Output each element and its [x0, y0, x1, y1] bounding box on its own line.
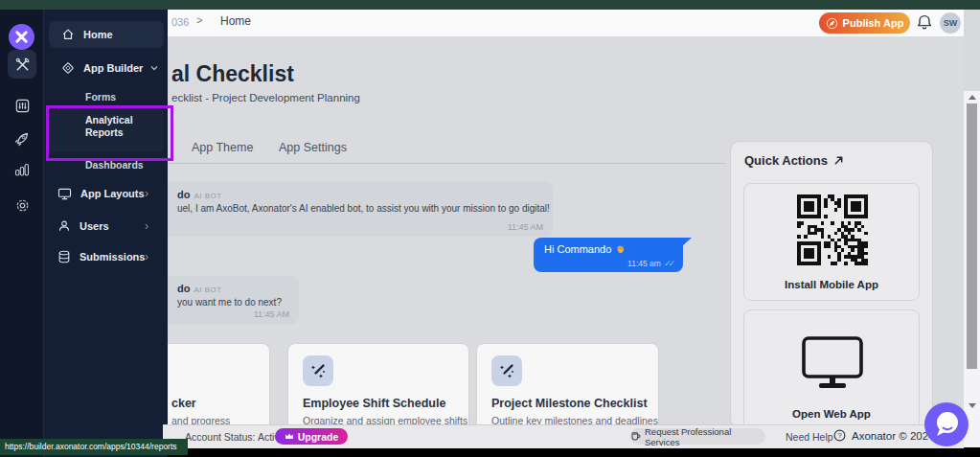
tab-app-settings[interactable]: App Settings [279, 141, 347, 154]
icon-rail [0, 10, 43, 457]
sidebar-item-submissions[interactable]: Submissions [57, 247, 145, 266]
bot-message: doAI BOT you want me to do next? 11:45 A… [168, 276, 299, 324]
request-services-button[interactable]: Request Professional Services [630, 428, 765, 445]
breadcrumb-separator-icon: > [196, 14, 202, 26]
sidebar-item-app-layouts[interactable]: App Layouts [57, 184, 145, 203]
user-message-time: 11:45 am [627, 259, 661, 268]
quick-actions-title: Quick Actions [744, 153, 828, 168]
install-mobile-app-card[interactable]: Install Mobile App [743, 183, 920, 301]
services-mug-icon [630, 431, 641, 442]
footer-bar: Account Status: Active Upgrade Request P… [163, 424, 964, 448]
build-tools-icon[interactable] [8, 50, 36, 79]
chevron-right-icon: › [145, 250, 148, 263]
sidebar-item-app-builder[interactable]: App Builder [61, 59, 158, 77]
settings-gear-icon[interactable] [8, 191, 36, 219]
crown-icon [285, 432, 294, 441]
database-icon [57, 250, 71, 263]
monitor-icon [800, 335, 865, 391]
magic-wand-icon [491, 355, 522, 386]
browser-status-url: https://builder.axonator.com/apps/10344/… [0, 439, 188, 455]
sidebar-item-label: Submissions [80, 251, 145, 263]
read-receipt-checks-icon: ✓✓ [664, 259, 672, 268]
scrollbar-gap [964, 10, 980, 91]
scrollbar-down-arrow-icon[interactable] [969, 403, 976, 408]
user-icon [57, 219, 71, 233]
tabs-divider [168, 163, 726, 164]
help-question-icon[interactable]: ? [833, 429, 846, 442]
bot-sender-name: do [177, 189, 190, 200]
open-web-app-label: Open Web App [744, 408, 919, 420]
annotation-highlight-box [46, 105, 173, 161]
sidebar-item-home[interactable]: Home [49, 21, 164, 48]
sidebar-item-label: App Builder [83, 62, 143, 74]
bot-message-text: you want me to do next? [177, 297, 282, 308]
rocket-icon[interactable] [8, 125, 36, 153]
app-screen: 036 > Home Publish App SW al Checklist e… [0, 0, 980, 457]
qr-code [797, 194, 868, 265]
template-card-title: Employee Shift Schedule [303, 397, 445, 410]
controls-sliders-icon[interactable] [8, 91, 36, 120]
bot-message: doAI BOT uel, I am AxoBot, Axonator's AI… [168, 182, 553, 237]
publish-app-button[interactable]: Publish App [819, 12, 910, 34]
sidebar-item-users[interactable]: Users [57, 217, 109, 236]
bubble-tail [682, 238, 692, 246]
bot-sender-name: do [177, 283, 190, 294]
scrollbar-thumb[interactable] [967, 103, 977, 369]
breadcrumb-home[interactable]: Home [220, 14, 251, 28]
bot-message-text: uel, I am AxoBot, Axonator's AI enabled … [177, 203, 550, 214]
message-timestamp: 11:45 AM [254, 309, 289, 319]
install-mobile-app-label: Install Mobile App [744, 279, 919, 290]
message-timestamp: 11:45 AM [508, 222, 543, 232]
app-builder-diamond-icon [61, 61, 75, 75]
chevron-right-icon: › [145, 219, 148, 233]
axonator-logo[interactable] [9, 24, 34, 50]
upgrade-button[interactable]: Upgrade [275, 428, 348, 445]
magic-wand-icon [303, 355, 333, 386]
chat-widget-button[interactable] [924, 402, 969, 446]
waving-hand-emoji-icon [615, 244, 626, 255]
browser-top-edge [0, 0, 980, 10]
upgrade-label: Upgrade [298, 431, 339, 443]
tab-app-theme[interactable]: App Theme [192, 141, 253, 154]
arrow-up-right-icon[interactable] [833, 155, 844, 166]
copyright-text: Axonator © 2024 [852, 430, 934, 442]
page-subtitle: ecklist - Project Development Planning [171, 92, 360, 103]
chevron-down-icon [150, 65, 158, 71]
sidebar-item-label: Users [80, 220, 109, 232]
user-message-bubble: Hi Commando 11:45 am ✓✓ [534, 238, 683, 272]
rocket-icon [826, 17, 838, 30]
user-avatar[interactable]: SW [940, 12, 961, 34]
svg-text:?: ? [837, 431, 841, 440]
request-services-label: Request Professional Services [645, 426, 765, 447]
open-web-app-card[interactable]: Open Web App [743, 309, 920, 444]
need-help-text[interactable]: Need Help [786, 431, 833, 443]
quick-actions-panel: Quick Actions Install Mobile App Open We… [730, 141, 933, 428]
page-title: al Checklist [171, 61, 294, 87]
publish-app-label: Publish App [843, 17, 904, 29]
monitor-small-icon [57, 188, 72, 200]
ai-bot-badge: AI BOT [194, 286, 221, 294]
sidebar-item-forms[interactable]: Forms [85, 91, 116, 103]
template-card-title: Project Milestone Checklist [491, 397, 648, 410]
template-card-title: cker [171, 397, 196, 410]
chevron-right-icon: › [145, 187, 148, 200]
analytics-bars-icon[interactable] [8, 155, 36, 184]
account-status-text: Account Status: Active [185, 431, 285, 443]
home-icon [61, 28, 75, 41]
user-message-text: Hi Commando [544, 243, 611, 255]
notifications-bell-icon[interactable] [916, 13, 933, 31]
sidebar-item-label: Home [83, 29, 113, 40]
app-sidebar: Home App Builder Forms Analytical Report… [43, 10, 168, 457]
breadcrumb-app-id[interactable]: 036 [171, 16, 189, 28]
sidebar-item-label: App Layouts [80, 188, 145, 199]
chat-bubble-icon [924, 402, 969, 446]
scrollbar-up-arrow-icon[interactable] [969, 95, 976, 100]
ai-bot-badge: AI BOT [194, 192, 221, 200]
